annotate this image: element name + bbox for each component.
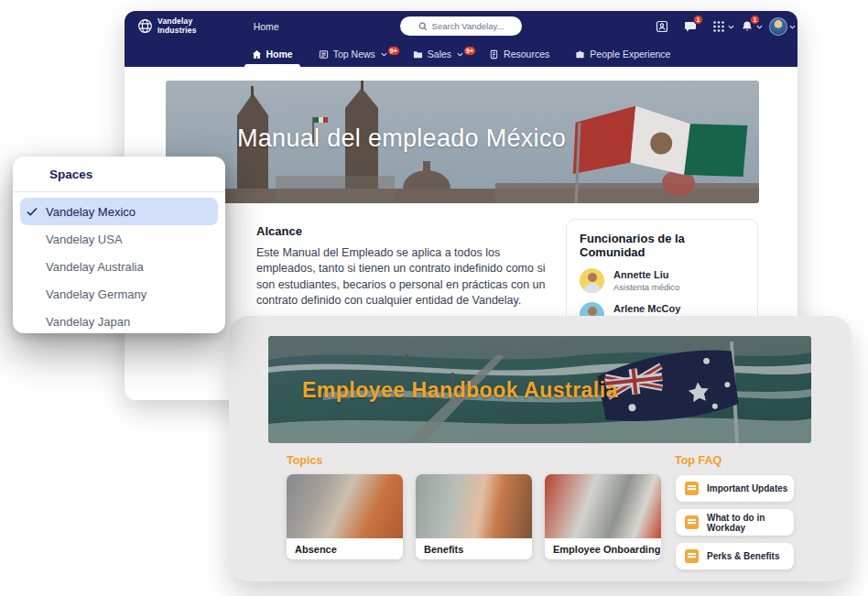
topic-card-label: Benefits: [416, 538, 532, 559]
brand-name: Vandelay Industries: [157, 17, 197, 35]
faq-button-what-to-do-in-workday[interactable]: What to do in Workday: [676, 509, 794, 536]
member-name: Arlene McCoy: [613, 303, 696, 314]
top-app-bar: Vandelay Industries Home Search Vandelay…: [125, 11, 797, 41]
space-item-vandelay-germany[interactable]: Vandelay Germany: [20, 280, 218, 308]
mexico-hero-banner: Manual del empleado México: [166, 81, 759, 203]
folder-icon: [413, 49, 423, 60]
topic-card-label: Employee Onboarding: [545, 538, 661, 559]
spaces-dropdown-title: Spaces: [13, 168, 225, 191]
document-icon: [685, 549, 699, 563]
member-role: Asistenta médico: [613, 282, 679, 292]
checkmark-icon: [26, 205, 38, 218]
notifications-bell-icon[interactable]: 1: [740, 19, 754, 34]
briefcase-icon: [575, 49, 585, 60]
search-placeholder: Search Vandelay...: [432, 21, 505, 31]
news-icon: [319, 49, 329, 60]
topbar-home-link[interactable]: Home: [254, 21, 279, 32]
home-icon: [252, 49, 262, 60]
topbar-icons: 1 1: [655, 11, 788, 41]
spaces-list: Vandelay Mexico Vandelay USA Vandelay Au…: [13, 192, 225, 335]
tab-sales[interactable]: Sales 9+: [411, 49, 465, 67]
document-icon: [685, 515, 699, 529]
benefits-photo: [416, 474, 532, 538]
mexico-page-title: Manual del empleado México: [237, 125, 566, 153]
globe-logo-icon: [137, 18, 153, 34]
member-row[interactable]: Annette Liu Asistenta médico: [580, 268, 744, 293]
chevron-down-icon: [789, 24, 796, 30]
chat-icon[interactable]: 1: [683, 19, 698, 34]
topics-heading: Topics: [287, 454, 322, 467]
alcance-heading: Alcance: [256, 224, 562, 238]
top-news-badge: 9+: [387, 46, 400, 56]
topic-card-label: Absence: [287, 538, 403, 559]
spaces-dropdown: Spaces Vandelay Mexico Vandelay USA Vand…: [13, 157, 225, 333]
member-avatar: [580, 268, 604, 293]
alcance-section: Alcance Este Manual del Empleado se apli…: [256, 224, 562, 309]
australia-handbook-window: Employee Handbook Australia Topics Absen…: [229, 316, 852, 581]
space-item-vandelay-australia[interactable]: Vandelay Australia: [20, 253, 218, 280]
brand-logo[interactable]: Vandelay Industries: [137, 17, 197, 35]
chevron-down-icon: [381, 51, 387, 58]
chevron-down-icon: [728, 24, 734, 30]
chevron-down-icon: [756, 24, 763, 30]
faq-button-perks-and-benefits[interactable]: Perks & Benefits: [676, 543, 794, 569]
member-name: Annette Liu: [613, 269, 679, 280]
tab-home[interactable]: Home: [250, 49, 295, 67]
chat-badge: 1: [693, 15, 703, 25]
avatar-image: [769, 17, 787, 36]
chevron-down-icon: [457, 51, 463, 58]
australia-hero-banner: Employee Handbook Australia: [268, 336, 811, 443]
space-item-vandelay-mexico[interactable]: Vandelay Mexico: [20, 198, 218, 225]
tab-resources[interactable]: Resources: [487, 49, 551, 67]
faq-button-important-updates[interactable]: Important Updates: [676, 475, 794, 502]
user-avatar[interactable]: [768, 19, 788, 34]
sales-badge: 9+: [463, 46, 476, 56]
onboarding-photo: [545, 474, 661, 538]
search-input[interactable]: Search Vandelay...: [400, 16, 522, 36]
document-icon: [685, 482, 699, 495]
community-card-title: Funcionarios de la Comunidad: [580, 232, 744, 259]
apps-grid-icon[interactable]: [711, 19, 726, 34]
main-nav-tabs: Home Top News 9+ Sales 9+ Resources Peop…: [125, 41, 797, 67]
topic-card-employee-onboarding[interactable]: Employee Onboarding: [545, 474, 661, 559]
top-faq-heading: Top FAQ: [675, 454, 722, 467]
contacts-icon[interactable]: [655, 19, 669, 34]
search-icon: [418, 22, 428, 31]
space-item-vandelay-usa[interactable]: Vandelay USA: [20, 225, 218, 253]
tab-top-news[interactable]: Top News 9+: [317, 49, 389, 67]
space-item-vandelay-japan[interactable]: Vandelay Japan: [20, 308, 218, 335]
absence-photo: [287, 474, 403, 538]
topic-card-benefits[interactable]: Benefits: [416, 474, 532, 559]
australia-page-title: Employee Handbook Australia: [302, 378, 618, 403]
alcance-paragraph: Este Manual del Empleado se aplica a tod…: [256, 245, 562, 309]
tab-people-experience[interactable]: People Experience: [573, 49, 672, 67]
topic-card-absence[interactable]: Absence: [287, 474, 403, 559]
document-icon: [489, 49, 499, 60]
